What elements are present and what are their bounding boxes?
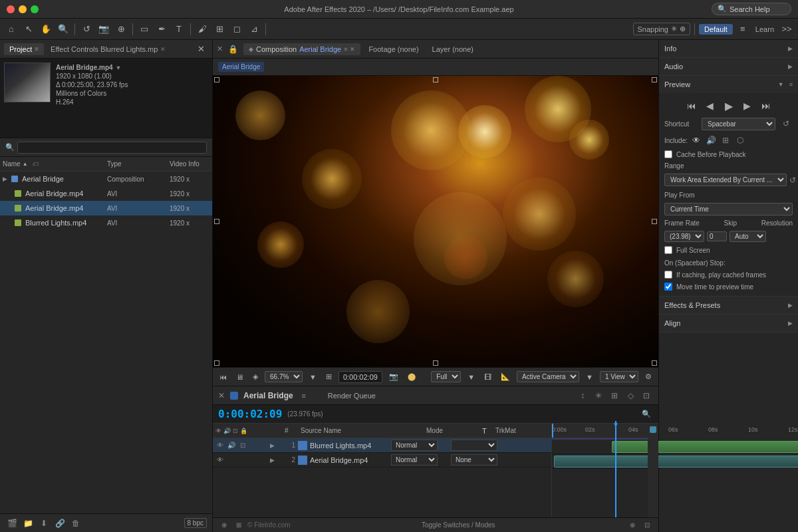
render-queue-btn[interactable]: Render Queue (328, 392, 376, 400)
layer-1-lock[interactable] (249, 442, 259, 449)
tab-layer[interactable]: Layer (none) (427, 43, 479, 55)
zoom-tool[interactable]: 🔍 (56, 22, 70, 37)
shape-tool[interactable]: ▭ (137, 22, 152, 37)
tab-effect-controls[interactable]: Effect Controls Blurred Lights.mp ✕ (45, 43, 171, 55)
zoom-dropdown-btn[interactable]: ▼ (307, 372, 319, 382)
effect-tab-close[interactable]: ✕ (160, 46, 166, 53)
cache-playback-check[interactable] (664, 150, 672, 158)
view-settings-btn[interactable]: ⚙ (642, 371, 654, 382)
skip-input[interactable] (707, 231, 727, 241)
project-search-input[interactable] (17, 142, 207, 154)
camera-dropdown-btn[interactable]: ▼ (583, 372, 596, 382)
timeline-close-btn[interactable]: ✕ (218, 391, 225, 400)
puppet-tool[interactable]: ⊿ (247, 22, 261, 37)
panel-close-btn[interactable]: ✕ (194, 42, 208, 57)
layer-row-1[interactable]: 👁 🔊 ⊡ ▶ 1 Blurred Lights.mp4 Normal (213, 438, 551, 453)
current-time-display[interactable]: 0:00:02:09 (338, 371, 382, 383)
expand-btn[interactable]: >> (779, 22, 794, 37)
zoom-select[interactable]: 66.7% (265, 371, 303, 382)
color-picker-btn[interactable]: ⬤ (405, 371, 418, 382)
file-expand-0[interactable]: ▶ (3, 176, 7, 182)
layer-1-solo[interactable]: ⊡ (238, 442, 247, 449)
timeline-menu-btn[interactable]: ≡ (299, 390, 309, 401)
file-row-0[interactable]: ▶ Aerial Bridge Composition 1920 x (0, 172, 212, 186)
playhead[interactable]: ▼ (615, 421, 616, 517)
layer-1-eye[interactable]: 👁 (215, 442, 225, 449)
preview-3d-btn[interactable]: ◈ (250, 371, 261, 382)
file-row-3[interactable]: Blurred Lights.mp4 AVI 1920 x (0, 215, 212, 230)
timeline-ruler-bar[interactable]: 0:00s 02s 04s 06s 08s 10s 12s 14s 16s 18… (552, 424, 658, 438)
move-time-check[interactable] (664, 283, 672, 291)
layer-2-expand[interactable]: ▶ (270, 457, 281, 464)
frame-aspect-btn[interactable]: ⊞ (323, 371, 334, 382)
audio-header[interactable]: Audio ▶ (659, 58, 798, 75)
fullscreen-check[interactable] (664, 246, 672, 254)
range-select[interactable]: Work Area Extended By Current ... (664, 174, 787, 186)
learn-button[interactable]: Learn (753, 24, 777, 35)
file-row-2[interactable]: Aerial Bridge.mp4 AVI 1920 x (0, 201, 212, 215)
comp-tab-close2[interactable]: ✕ (350, 46, 355, 53)
toggle-switches-btn[interactable]: Toggle Switches / Modes (422, 521, 495, 529)
render-frame-btn[interactable]: 📐 (498, 371, 513, 382)
layer-2-solo[interactable] (238, 456, 247, 464)
comp-tab-menu[interactable]: ≡ (344, 46, 347, 53)
shortcut-reset-btn[interactable]: ↺ (779, 117, 793, 130)
preview-play-btn[interactable]: ⏮ (217, 372, 229, 382)
layer-1-trkmat[interactable] (451, 440, 497, 451)
preview-next-btn[interactable]: ▶ (740, 98, 755, 113)
shortcut-select[interactable]: Spacebar (702, 118, 775, 130)
timeline-search-btn[interactable]: 🔍 (640, 408, 653, 421)
camera-icon-btn[interactable]: 📷 (386, 371, 401, 382)
layer-2-audio[interactable] (227, 456, 236, 464)
project-menu-icon[interactable]: ≡ (35, 45, 39, 53)
timeline-current-time[interactable]: 0:00:02:09 (218, 408, 282, 420)
layer-2-eye[interactable]: 👁 (215, 456, 225, 464)
eraser-tool[interactable]: ◻ (229, 22, 244, 37)
close-button[interactable] (7, 5, 15, 13)
select-tool[interactable]: ↖ (21, 22, 36, 37)
text-tool[interactable]: T (172, 22, 186, 37)
new-composition-btn[interactable]: 🎬 (5, 517, 19, 530)
include-audio-icon[interactable]: 🔊 (705, 134, 717, 146)
layer-1-expand[interactable]: ▶ (270, 442, 281, 449)
preview-screen-btn[interactable]: 🖥 (233, 372, 246, 382)
preview-prev-btn[interactable]: ◀ (703, 98, 718, 113)
preview-header[interactable]: Preview ▼ ≡ (659, 76, 798, 93)
tab-project[interactable]: Project ≡ (4, 43, 44, 55)
comp-breadcrumb-label[interactable]: Aerial Bridge (218, 62, 264, 72)
brush-tool[interactable]: 🖌 (195, 22, 209, 37)
include-video-icon[interactable]: 👁 (690, 134, 702, 146)
dependency-btn[interactable]: 🔗 (53, 517, 66, 530)
workspace-menu-btn[interactable]: ≡ (735, 22, 750, 37)
comp-tab-close[interactable]: ✕ (217, 45, 223, 53)
pen-tool[interactable]: ✒ (154, 22, 169, 37)
tab-footage[interactable]: Footage (none) (363, 43, 424, 55)
delete-btn[interactable]: 🗑 (69, 517, 82, 530)
import-btn[interactable]: ⬇ (37, 517, 51, 530)
camera-select[interactable]: Active Camera (517, 371, 579, 382)
hand-tool[interactable]: ✋ (39, 22, 53, 37)
tc-btn-1[interactable]: ↕ (576, 389, 589, 402)
layer-2-mode[interactable]: Normal (391, 454, 438, 466)
preview-header-menu[interactable]: ≡ (789, 81, 793, 88)
frame-rate-select[interactable]: (23.98) (664, 231, 704, 242)
tab-composition[interactable]: ◆ Composition Aerial Bridge ≡ ✕ (243, 43, 360, 55)
layer-row-2[interactable]: 👁 ▶ 2 Aerial Bridge.mp4 Normal (213, 453, 551, 467)
tf-right-btn-2[interactable]: ⊡ (641, 519, 653, 531)
file-row-1[interactable]: Aerial Bridge.mp4 AVI 1920 x (0, 186, 212, 201)
include-overlay-icon[interactable]: ⊞ (720, 134, 732, 146)
preview-play-btn[interactable]: ▶ (722, 98, 736, 113)
preview-last-btn[interactable]: ⏭ (759, 98, 773, 113)
resolution-select[interactable]: Full (431, 371, 461, 382)
include-extra-icon[interactable]: ⬡ (734, 134, 746, 146)
tf-right-btn-1[interactable]: ⊕ (626, 519, 638, 531)
rotation-tool[interactable]: ↺ (79, 22, 94, 37)
res-dropdown-btn[interactable]: ▼ (465, 372, 477, 382)
snapping-button[interactable]: Snapping ✳ ⊕ (633, 23, 691, 35)
search-help-box[interactable]: 🔍 Search Help (712, 3, 791, 15)
film-icon-btn[interactable]: 🎞 (481, 372, 494, 382)
new-folder-btn[interactable]: 📁 (21, 517, 35, 530)
view-mode-select[interactable]: 1 View (600, 371, 638, 382)
range-reset-btn[interactable]: ↺ (789, 174, 796, 186)
tf-btn-1[interactable]: ⊕ (218, 519, 230, 531)
